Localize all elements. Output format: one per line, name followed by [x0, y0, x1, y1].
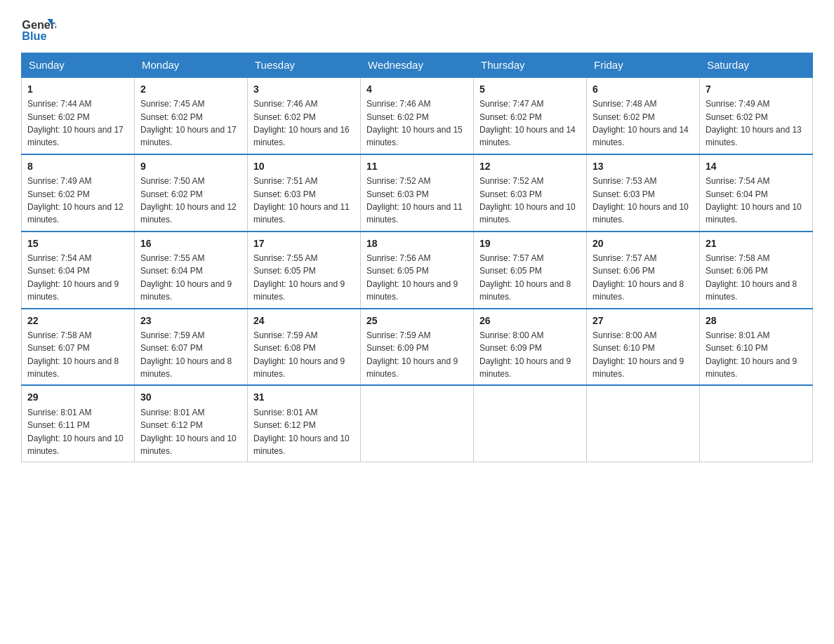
calendar-cell: 9Sunrise: 7:50 AMSunset: 6:02 PMDaylight… [135, 154, 248, 232]
day-number: 1 [27, 82, 128, 96]
calendar-cell: 17Sunrise: 7:55 AMSunset: 6:05 PMDayligh… [248, 232, 361, 309]
cell-info: Sunrise: 8:00 AMSunset: 6:09 PMDaylight:… [479, 330, 571, 379]
calendar-header-row: SundayMondayTuesdayWednesdayThursdayFrid… [22, 53, 813, 78]
cell-info: Sunrise: 7:59 AMSunset: 6:07 PMDaylight:… [140, 330, 232, 379]
calendar-cell: 3Sunrise: 7:46 AMSunset: 6:02 PMDaylight… [248, 77, 361, 154]
col-header-tuesday: Tuesday [248, 53, 361, 78]
calendar-cell [587, 385, 700, 462]
cell-info: Sunrise: 7:46 AMSunset: 6:02 PMDaylight:… [253, 99, 350, 147]
cell-info: Sunrise: 7:52 AMSunset: 6:03 PMDaylight:… [479, 176, 576, 224]
calendar-cell: 28Sunrise: 8:01 AMSunset: 6:10 PMDayligh… [700, 309, 813, 386]
day-number: 22 [27, 314, 128, 328]
day-number: 29 [27, 390, 128, 404]
day-number: 14 [706, 159, 807, 173]
page-header: General Blue [21, 14, 813, 46]
calendar-cell [361, 385, 474, 462]
day-number: 9 [140, 159, 241, 173]
calendar-cell: 6Sunrise: 7:48 AMSunset: 6:02 PMDaylight… [587, 77, 700, 154]
cell-info: Sunrise: 7:57 AMSunset: 6:05 PMDaylight:… [479, 253, 571, 302]
calendar-cell: 15Sunrise: 7:54 AMSunset: 6:04 PMDayligh… [22, 232, 135, 309]
calendar-cell: 22Sunrise: 7:58 AMSunset: 6:07 PMDayligh… [22, 309, 135, 386]
day-number: 18 [366, 236, 468, 250]
day-number: 31 [253, 390, 355, 404]
cell-info: Sunrise: 7:52 AMSunset: 6:03 PMDaylight:… [366, 176, 463, 224]
day-number: 25 [366, 314, 468, 328]
col-header-thursday: Thursday [474, 53, 587, 78]
cell-info: Sunrise: 7:54 AMSunset: 6:04 PMDaylight:… [27, 253, 119, 302]
calendar-cell [474, 385, 587, 462]
svg-text:Blue: Blue [22, 29, 46, 42]
calendar-cell: 23Sunrise: 7:59 AMSunset: 6:07 PMDayligh… [135, 309, 248, 386]
cell-info: Sunrise: 7:47 AMSunset: 6:02 PMDaylight:… [479, 99, 576, 147]
col-header-friday: Friday [587, 53, 700, 78]
calendar-cell: 1Sunrise: 7:44 AMSunset: 6:02 PMDaylight… [22, 77, 135, 154]
cell-info: Sunrise: 7:49 AMSunset: 6:02 PMDaylight:… [27, 176, 124, 224]
cell-info: Sunrise: 7:44 AMSunset: 6:02 PMDaylight:… [27, 99, 124, 147]
calendar-cell: 24Sunrise: 7:59 AMSunset: 6:08 PMDayligh… [248, 309, 361, 386]
day-number: 11 [366, 159, 468, 173]
calendar-week-row: 22Sunrise: 7:58 AMSunset: 6:07 PMDayligh… [22, 309, 813, 386]
calendar-cell: 19Sunrise: 7:57 AMSunset: 6:05 PMDayligh… [474, 232, 587, 309]
calendar-week-row: 8Sunrise: 7:49 AMSunset: 6:02 PMDaylight… [22, 154, 813, 232]
calendar-cell: 10Sunrise: 7:51 AMSunset: 6:03 PMDayligh… [248, 154, 361, 232]
cell-info: Sunrise: 7:45 AMSunset: 6:02 PMDaylight:… [140, 99, 237, 147]
calendar-cell: 4Sunrise: 7:46 AMSunset: 6:02 PMDaylight… [361, 77, 474, 154]
day-number: 19 [479, 236, 581, 250]
calendar-week-row: 29Sunrise: 8:01 AMSunset: 6:11 PMDayligh… [22, 385, 813, 462]
day-number: 30 [140, 390, 241, 404]
day-number: 15 [27, 236, 128, 250]
col-header-sunday: Sunday [22, 53, 135, 78]
calendar-cell: 29Sunrise: 8:01 AMSunset: 6:11 PMDayligh… [22, 385, 135, 462]
cell-info: Sunrise: 7:53 AMSunset: 6:03 PMDaylight:… [593, 176, 689, 224]
calendar-cell: 8Sunrise: 7:49 AMSunset: 6:02 PMDaylight… [22, 154, 135, 232]
day-number: 6 [593, 82, 694, 96]
calendar-week-row: 1Sunrise: 7:44 AMSunset: 6:02 PMDaylight… [22, 77, 813, 154]
day-number: 10 [253, 159, 355, 173]
day-number: 4 [366, 82, 468, 96]
day-number: 7 [706, 82, 807, 96]
cell-info: Sunrise: 8:01 AMSunset: 6:12 PMDaylight:… [140, 408, 237, 456]
day-number: 3 [253, 82, 355, 96]
calendar-cell: 16Sunrise: 7:55 AMSunset: 6:04 PMDayligh… [135, 232, 248, 309]
calendar-cell: 30Sunrise: 8:01 AMSunset: 6:12 PMDayligh… [135, 385, 248, 462]
cell-info: Sunrise: 8:01 AMSunset: 6:11 PMDaylight:… [27, 408, 124, 456]
day-number: 5 [479, 82, 581, 96]
day-number: 13 [593, 159, 694, 173]
cell-info: Sunrise: 8:01 AMSunset: 6:10 PMDaylight:… [706, 330, 797, 379]
cell-info: Sunrise: 7:48 AMSunset: 6:02 PMDaylight:… [593, 99, 689, 147]
cell-info: Sunrise: 7:54 AMSunset: 6:04 PMDaylight:… [706, 176, 802, 224]
cell-info: Sunrise: 7:55 AMSunset: 6:04 PMDaylight:… [140, 253, 232, 302]
cell-info: Sunrise: 7:57 AMSunset: 6:06 PMDaylight:… [593, 253, 684, 302]
cell-info: Sunrise: 7:59 AMSunset: 6:08 PMDaylight:… [253, 330, 345, 379]
calendar-cell: 7Sunrise: 7:49 AMSunset: 6:02 PMDaylight… [700, 77, 813, 154]
cell-info: Sunrise: 8:00 AMSunset: 6:10 PMDaylight:… [593, 330, 684, 379]
calendar-cell: 31Sunrise: 8:01 AMSunset: 6:12 PMDayligh… [248, 385, 361, 462]
day-number: 24 [253, 314, 355, 328]
calendar-cell: 21Sunrise: 7:58 AMSunset: 6:06 PMDayligh… [700, 232, 813, 309]
calendar-cell: 25Sunrise: 7:59 AMSunset: 6:09 PMDayligh… [361, 309, 474, 386]
day-number: 26 [479, 314, 581, 328]
day-number: 12 [479, 159, 581, 173]
calendar-cell: 5Sunrise: 7:47 AMSunset: 6:02 PMDaylight… [474, 77, 587, 154]
day-number: 16 [140, 236, 241, 250]
calendar-cell: 2Sunrise: 7:45 AMSunset: 6:02 PMDaylight… [135, 77, 248, 154]
calendar-cell: 13Sunrise: 7:53 AMSunset: 6:03 PMDayligh… [587, 154, 700, 232]
col-header-wednesday: Wednesday [361, 53, 474, 78]
cell-info: Sunrise: 7:59 AMSunset: 6:09 PMDaylight:… [366, 330, 458, 379]
day-number: 20 [593, 236, 694, 250]
cell-info: Sunrise: 7:46 AMSunset: 6:02 PMDaylight:… [366, 99, 463, 147]
calendar-cell [700, 385, 813, 462]
day-number: 28 [706, 314, 807, 328]
cell-info: Sunrise: 7:50 AMSunset: 6:02 PMDaylight:… [140, 176, 237, 224]
day-number: 23 [140, 314, 241, 328]
calendar-cell: 18Sunrise: 7:56 AMSunset: 6:05 PMDayligh… [361, 232, 474, 309]
logo: General Blue [21, 14, 56, 46]
cell-info: Sunrise: 7:58 AMSunset: 6:06 PMDaylight:… [706, 253, 797, 302]
calendar-cell: 12Sunrise: 7:52 AMSunset: 6:03 PMDayligh… [474, 154, 587, 232]
calendar-week-row: 15Sunrise: 7:54 AMSunset: 6:04 PMDayligh… [22, 232, 813, 309]
cell-info: Sunrise: 7:58 AMSunset: 6:07 PMDaylight:… [27, 330, 119, 379]
cell-info: Sunrise: 7:51 AMSunset: 6:03 PMDaylight:… [253, 176, 350, 224]
day-number: 21 [706, 236, 807, 250]
cell-info: Sunrise: 8:01 AMSunset: 6:12 PMDaylight:… [253, 408, 350, 456]
col-header-monday: Monday [135, 53, 248, 78]
